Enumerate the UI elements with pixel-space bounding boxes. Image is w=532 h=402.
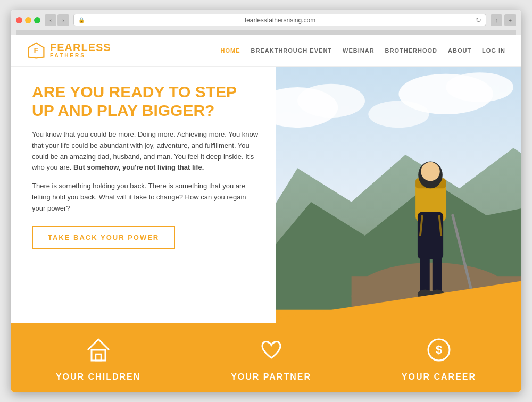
add-tab-button[interactable]: + — [504, 14, 516, 26]
minimize-button[interactable] — [25, 17, 31, 23]
band-item-partner: YOUR PARTNER — [231, 337, 311, 382]
browser-chrome: ‹ › 🔒 fearlessfathersrising.com ↻ ↑ + — [11, 10, 521, 35]
site-nav: HOME BREAKTHROUGH EVENT WEBINAR BROTHERH… — [221, 47, 505, 54]
hero-right — [276, 67, 521, 323]
browser-nav-arrows: ‹ › — [45, 14, 69, 26]
nav-item-webinar[interactable]: WEBINAR — [343, 47, 375, 54]
tab-bar — [16, 30, 516, 35]
svg-rect-18 — [433, 256, 442, 293]
logo-sub-text: FATHERS — [50, 53, 111, 59]
refresh-button[interactable]: ↻ — [476, 16, 481, 24]
band-item-career: $ YOUR CAREER — [402, 337, 476, 382]
svg-rect-26 — [92, 350, 105, 361]
cta-button[interactable]: TAKE BACK YOUR POWER — [32, 226, 175, 249]
band-label-partner: YOUR PARTNER — [231, 372, 311, 382]
svg-point-7 — [369, 100, 429, 128]
svg-point-4 — [297, 84, 365, 118]
svg-text:$: $ — [436, 343, 442, 356]
svg-point-6 — [446, 72, 513, 102]
traffic-lights — [16, 17, 40, 23]
hero-section: ARE YOU READY TO STEP UP AND PLAY BIGGER… — [11, 67, 521, 323]
house-icon — [85, 337, 112, 367]
nav-item-brotherhood[interactable]: BROTHERHOOD — [385, 47, 437, 54]
svg-text:F: F — [34, 46, 39, 55]
forward-button[interactable]: › — [57, 14, 69, 26]
share-button[interactable]: ↑ — [491, 14, 502, 26]
url-text: fearlessfathersrising.com — [87, 16, 473, 24]
address-bar[interactable]: 🔒 fearlessfathersrising.com ↻ — [73, 14, 486, 26]
maximize-button[interactable] — [34, 17, 40, 23]
hero-headline: ARE YOU READY TO STEP UP AND PLAY BIGGER… — [32, 83, 260, 120]
logo-text: FEARLESS FATHERS — [50, 42, 111, 59]
band-item-children: YOUR CHILDREN — [56, 337, 140, 382]
logo-icon: F — [27, 41, 46, 60]
nav-item-home[interactable]: HOME — [221, 47, 240, 54]
heart-icon — [258, 337, 285, 367]
back-button[interactable]: ‹ — [45, 14, 56, 26]
logo-area: F FEARLESS FATHERS — [27, 41, 111, 60]
lock-icon: 🔒 — [78, 17, 85, 23]
logo-main-text: FEARLESS — [50, 42, 111, 53]
hero-body1: You know that you could be more. Doing m… — [32, 129, 260, 173]
svg-point-16 — [421, 162, 440, 181]
svg-rect-27 — [96, 354, 101, 361]
browser-actions: ↑ + — [491, 14, 516, 26]
band-label-career: YOUR CAREER — [402, 372, 476, 382]
bottom-band: YOUR CHILDREN YOUR PARTNER $ — [11, 323, 521, 392]
nav-item-login[interactable]: LOG IN — [482, 47, 505, 54]
svg-rect-17 — [420, 256, 430, 293]
hero-left: ARE YOU READY TO STEP UP AND PLAY BIGGER… — [11, 67, 276, 323]
browser-window: ‹ › 🔒 fearlessfathersrising.com ↻ ↑ + F — [11, 10, 521, 392]
dollar-icon: $ — [426, 337, 452, 367]
website-content: F FEARLESS FATHERS HOME BREAKTHROUGH EVE… — [11, 35, 521, 392]
hero-image — [276, 67, 521, 323]
hero-body1-bold: But somehow, you're not living that life… — [73, 163, 204, 171]
close-button[interactable] — [16, 17, 22, 23]
nav-item-breakthrough[interactable]: BREAKTHROUGH EVENT — [251, 47, 332, 54]
site-header: F FEARLESS FATHERS HOME BREAKTHROUGH EVE… — [11, 35, 521, 67]
band-label-children: YOUR CHILDREN — [56, 372, 140, 382]
nav-item-about[interactable]: ABOUT — [448, 47, 471, 54]
hero-body2: There is something holding you back. The… — [32, 181, 260, 214]
